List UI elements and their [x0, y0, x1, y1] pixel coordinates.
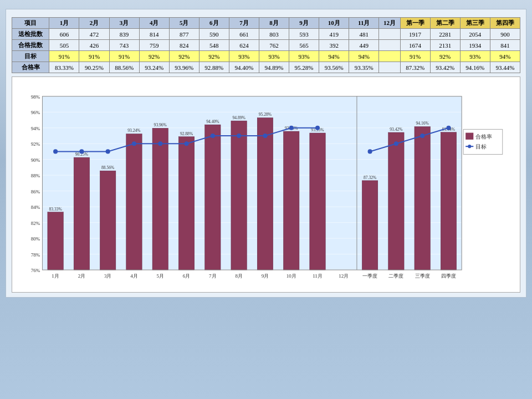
svg-text:87.32%: 87.32%	[364, 175, 377, 180]
svg-text:93.24%: 93.24%	[127, 128, 141, 133]
svg-text:80%: 80%	[31, 236, 40, 242]
svg-rect-31	[126, 134, 142, 270]
svg-text:96%: 96%	[31, 110, 40, 115]
svg-text:93.96%: 93.96%	[154, 122, 167, 127]
svg-rect-25	[48, 212, 63, 270]
svg-text:12月: 12月	[339, 273, 349, 279]
svg-text:93.42%: 93.42%	[390, 127, 403, 132]
svg-text:目标: 目标	[475, 144, 487, 150]
svg-text:7月: 7月	[209, 273, 216, 279]
svg-text:82%: 82%	[31, 221, 40, 226]
svg-text:94.40%: 94.40%	[206, 119, 219, 124]
svg-point-79	[263, 134, 267, 138]
svg-rect-27	[74, 157, 89, 270]
svg-rect-33	[152, 128, 168, 270]
svg-rect-51	[415, 126, 430, 270]
svg-text:90%: 90%	[31, 157, 40, 163]
svg-point-81	[315, 126, 320, 130]
svg-text:四季度: 四季度	[441, 273, 456, 279]
svg-text:11月: 11月	[313, 273, 323, 279]
svg-point-78	[237, 134, 241, 138]
svg-text:合格率: 合格率	[475, 134, 492, 140]
svg-text:88.56%: 88.56%	[101, 165, 115, 170]
svg-rect-45	[310, 133, 325, 270]
svg-text:一季度: 一季度	[362, 273, 377, 279]
svg-point-82	[368, 149, 372, 154]
svg-rect-43	[284, 131, 299, 270]
svg-text:94.16%: 94.16%	[416, 121, 429, 126]
svg-text:86%: 86%	[31, 189, 40, 195]
svg-text:9月: 9月	[262, 273, 269, 279]
svg-rect-37	[205, 125, 221, 270]
svg-point-85	[446, 126, 451, 130]
svg-point-80	[289, 126, 294, 130]
svg-text:98%: 98%	[31, 94, 40, 100]
chart-container: 76%78%80%82%84%86%88%90%92%94%96%98%83.3…	[12, 76, 520, 293]
svg-point-71	[53, 149, 58, 154]
svg-rect-47	[362, 181, 377, 270]
svg-text:92%: 92%	[31, 141, 40, 147]
svg-text:二季度: 二季度	[389, 273, 404, 279]
svg-point-73	[106, 149, 110, 154]
svg-point-77	[211, 134, 215, 138]
svg-rect-35	[178, 137, 194, 270]
svg-text:94%: 94%	[31, 126, 40, 131]
svg-text:78%: 78%	[31, 252, 40, 258]
svg-text:76%: 76%	[31, 268, 40, 273]
svg-point-75	[158, 141, 162, 146]
data-table: 项目1月2月3月4月5月6月7月8月9月10月11月12月第一季第二季第三季第四…	[12, 17, 520, 73]
svg-point-76	[185, 141, 189, 146]
svg-rect-88	[466, 133, 473, 140]
svg-rect-29	[100, 171, 115, 270]
svg-text:95.28%: 95.28%	[259, 112, 272, 117]
svg-text:3月: 3月	[104, 273, 111, 279]
svg-text:10月: 10月	[287, 273, 296, 279]
content-area: 项目1月2月3月4月5月6月7月8月9月10月11月12月第一季第二季第三季第四…	[6, 9, 526, 298]
svg-point-91	[468, 145, 471, 148]
svg-point-83	[394, 141, 398, 146]
svg-rect-39	[231, 121, 247, 270]
svg-point-84	[420, 134, 424, 138]
svg-point-74	[132, 141, 136, 146]
svg-text:4月: 4月	[130, 273, 137, 279]
svg-text:2月: 2月	[78, 273, 85, 279]
svg-text:94.89%: 94.89%	[232, 115, 245, 120]
svg-text:6月: 6月	[183, 273, 190, 279]
chart-svg: 76%78%80%82%84%86%88%90%92%94%96%98%83.3…	[14, 79, 518, 290]
svg-text:8月: 8月	[235, 273, 242, 279]
svg-text:88%: 88%	[31, 173, 40, 178]
svg-rect-41	[257, 118, 273, 270]
svg-text:三季度: 三季度	[415, 273, 430, 279]
svg-text:84%: 84%	[31, 204, 40, 210]
svg-text:92.88%: 92.88%	[180, 131, 193, 136]
svg-rect-53	[441, 132, 456, 270]
svg-point-72	[79, 149, 84, 154]
svg-rect-49	[388, 132, 404, 270]
svg-text:1月: 1月	[52, 273, 59, 279]
svg-text:83.33%: 83.33%	[49, 207, 62, 212]
svg-text:5月: 5月	[157, 273, 164, 279]
page-title	[0, 0, 532, 9]
